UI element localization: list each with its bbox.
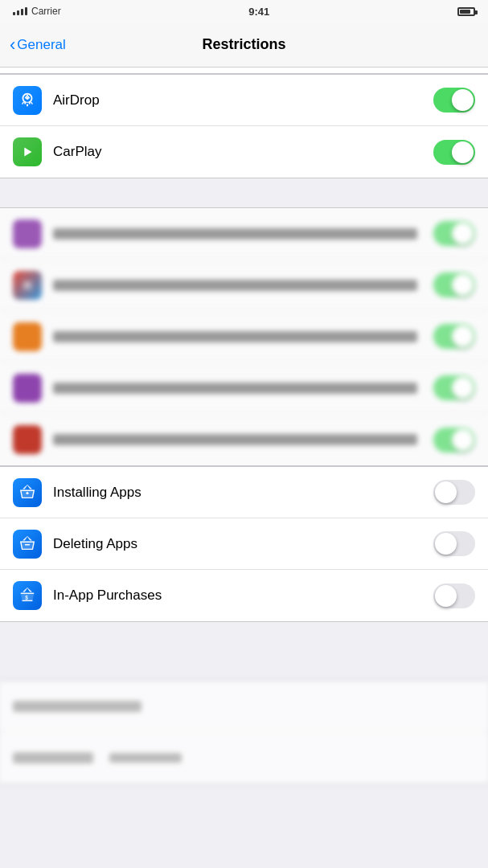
status-time: 9:41 xyxy=(248,6,269,18)
bottom-blurred-row-1 xyxy=(0,681,488,732)
in-app-purchases-label: In-App Purchases xyxy=(53,588,433,604)
svg-rect-4 xyxy=(25,544,30,545)
appstore-svg-2 xyxy=(18,535,36,553)
carplay-label: CarPlay xyxy=(53,144,433,160)
blurred-icon-1 xyxy=(13,219,42,248)
section-separator-2 xyxy=(0,622,488,651)
installing-apps-icon xyxy=(13,478,42,507)
blurred-toggle-5 xyxy=(433,428,475,452)
installing-apps-toggle[interactable] xyxy=(433,480,475,505)
appstore-svg-3: $ xyxy=(18,587,36,604)
back-label: General xyxy=(17,37,65,53)
blurred-label-1 xyxy=(53,228,417,240)
status-bar: Carrier 9:41 xyxy=(0,0,488,23)
airdrop-label: AirDrop xyxy=(53,92,433,108)
bottom-blurred-row-2 xyxy=(0,732,488,784)
blurred-row-2 xyxy=(0,260,488,311)
apps-section: Installing Apps Deleting Apps xyxy=(0,466,488,622)
airdrop-svg xyxy=(18,92,36,109)
blurred-toggle-4 xyxy=(433,375,475,400)
toggle-knob xyxy=(435,481,457,503)
chevron-left-icon: ‹ xyxy=(10,35,15,55)
installing-apps-label: Installing Apps xyxy=(53,485,433,501)
in-app-purchases-toggle[interactable] xyxy=(433,583,475,608)
section-separator-1 xyxy=(0,178,488,207)
blurred-icon-5 xyxy=(13,425,42,454)
svg-text:$: $ xyxy=(25,595,28,601)
toggle-knob xyxy=(435,533,457,555)
nav-bar: ‹ General Restrictions xyxy=(0,23,488,68)
airdrop-icon xyxy=(13,86,42,115)
in-app-purchases-icon: $ xyxy=(13,581,42,610)
blurred-toggle-3 xyxy=(433,324,475,349)
blurred-row-1 xyxy=(0,208,488,260)
blurred-toggle-1 xyxy=(433,221,475,246)
deleting-apps-label: Deleting Apps xyxy=(53,536,433,552)
deleting-apps-icon xyxy=(13,530,42,559)
blurred-icon-2 xyxy=(13,271,42,300)
deleting-apps-toggle[interactable] xyxy=(433,531,475,556)
carplay-row[interactable]: CarPlay xyxy=(0,126,488,178)
in-app-purchases-row[interactable]: $ In-App Purchases xyxy=(0,570,488,621)
toggle-knob xyxy=(435,585,457,607)
carplay-icon xyxy=(13,137,42,166)
page-title: Restrictions xyxy=(202,36,285,53)
blurred-label-2 xyxy=(53,280,417,291)
blurred-row-4 xyxy=(0,362,488,414)
status-bar-right xyxy=(457,7,475,16)
carplay-toggle[interactable] xyxy=(433,140,475,165)
partial-top-section xyxy=(0,68,488,74)
airdrop-toggle[interactable] xyxy=(433,88,475,113)
blurred-label-5 xyxy=(53,434,417,445)
signal-icon xyxy=(13,7,27,15)
svg-marker-1 xyxy=(24,148,31,157)
deleting-apps-row[interactable]: Deleting Apps xyxy=(0,518,488,570)
blurred-label-4 xyxy=(53,383,417,394)
scroll-content: AirDrop CarPlay xyxy=(0,68,488,868)
carrier-label: Carrier xyxy=(31,6,61,17)
blurred-row-5 xyxy=(0,414,488,465)
blurred-icon-4 xyxy=(13,374,42,403)
appstore-svg-1 xyxy=(18,484,36,502)
toggle-knob xyxy=(452,89,474,111)
airdrop-carplay-section: AirDrop CarPlay xyxy=(0,74,488,178)
blurred-middle-section xyxy=(0,207,488,466)
blurred-label-3 xyxy=(53,331,417,342)
blurred-row-3 xyxy=(0,311,488,362)
toggle-knob xyxy=(452,141,474,163)
bottom-blurred-section xyxy=(0,680,488,784)
installing-apps-row[interactable]: Installing Apps xyxy=(0,467,488,518)
back-button[interactable]: ‹ General xyxy=(10,35,66,55)
blurred-toggle-2 xyxy=(433,272,475,297)
status-bar-left: Carrier xyxy=(13,6,61,17)
svg-rect-3 xyxy=(27,491,27,494)
carplay-svg xyxy=(18,143,36,161)
airdrop-row[interactable]: AirDrop xyxy=(0,75,488,126)
blurred-icon-3 xyxy=(13,322,42,351)
battery-icon xyxy=(457,7,475,16)
